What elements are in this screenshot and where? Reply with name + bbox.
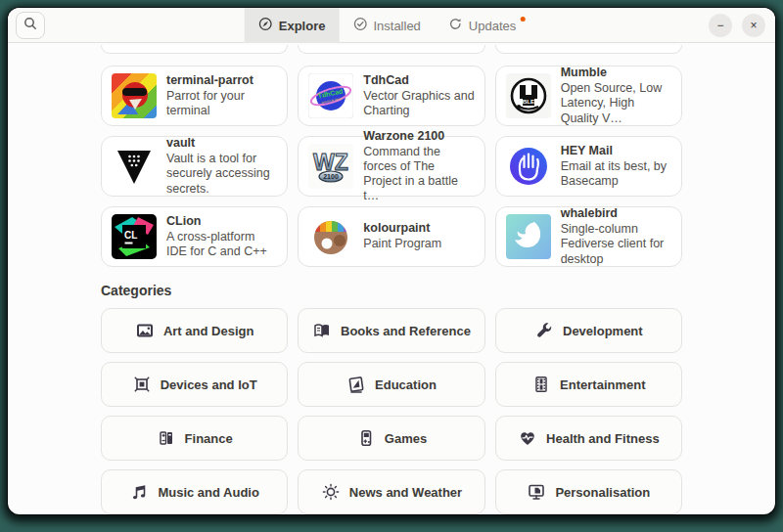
category-label: Games: [385, 431, 427, 446]
clipped-app-card[interactable]: [495, 45, 682, 54]
palette-icon: [308, 214, 353, 259]
content-area: terminal-parrot Parrot for your terminal…: [101, 45, 682, 514]
category-development[interactable]: Development: [495, 308, 682, 353]
category-label: Entertainment: [560, 377, 645, 392]
clipped-card-row: [101, 45, 682, 54]
app-card-whalebird[interactable]: whalebird Single-column Fediverse client…: [495, 206, 682, 267]
film-strip-icon: [531, 375, 551, 394]
app-name: terminal-parrot: [166, 73, 277, 87]
open-book-icon: [312, 321, 332, 340]
category-label: Music and Audio: [158, 485, 259, 500]
svg-text:2100: 2100: [324, 173, 340, 180]
vault-triangle-icon: [112, 144, 157, 189]
svg-text:CL: CL: [124, 230, 137, 241]
category-label: Art and Design: [163, 324, 253, 338]
app-description: Parrot for your terminal: [166, 89, 277, 119]
parrot-icon: [112, 73, 157, 118]
app-name: kolourpaint: [363, 221, 441, 235]
compass-icon: [258, 17, 273, 34]
heart-pulse-icon: [518, 428, 537, 448]
clipped-app-card[interactable]: [298, 45, 484, 54]
app-card-tdhcad[interactable]: TdhCad practical ideas TdhCad Vector Gra…: [298, 66, 484, 126]
category-news-and-weather[interactable]: News and Weather: [298, 469, 484, 514]
category-finance[interactable]: Finance: [101, 416, 288, 461]
tab-updates[interactable]: Updates: [435, 8, 538, 43]
slate-icon: [346, 375, 366, 394]
tab-explore[interactable]: Explore: [245, 8, 340, 43]
tab-label: Installed: [373, 19, 420, 33]
category-games[interactable]: Games: [298, 416, 484, 461]
ledger-icon: [157, 428, 176, 448]
sun-icon: [321, 482, 341, 502]
view-switcher: Explore Installed Updates: [245, 8, 539, 43]
app-description: Vault is a tool for securely accessing s…: [166, 152, 277, 197]
app-center-window: Explore Installed Updates − ×: [8, 8, 775, 514]
app-card-mumble[interactable]: BLE Mumble Open Source, Low Latency, Hig…: [495, 66, 682, 126]
category-label: Education: [375, 377, 437, 392]
app-description: Email at its best, by Basecamp: [561, 159, 671, 190]
category-education[interactable]: Education: [298, 362, 484, 407]
app-card-warzone-2100[interactable]: WZ 2100 Warzone 2100 Command the forces …: [298, 136, 484, 197]
mumble-icon: BLE: [506, 73, 551, 118]
app-name: CLion: [166, 214, 277, 228]
updates-badge-dot: [520, 17, 525, 22]
category-entertainment[interactable]: Entertainment: [495, 362, 682, 407]
app-card-hey-mail[interactable]: HEY Mail Email at its best, by Basecamp: [495, 136, 682, 197]
category-label: Books and Reference: [341, 324, 471, 338]
app-grid: terminal-parrot Parrot for your terminal…: [101, 66, 682, 267]
wrench-icon: [534, 321, 554, 340]
category-label: Development: [563, 324, 643, 338]
window-controls: − ×: [709, 14, 765, 37]
tdhcad-icon: TdhCad practical ideas: [308, 73, 353, 118]
search-button[interactable]: [16, 12, 45, 39]
category-label: News and Weather: [349, 485, 462, 500]
category-devices-and-iot[interactable]: Devices and IoT: [101, 362, 288, 407]
tab-installed[interactable]: Installed: [339, 8, 434, 43]
whale-icon: [506, 214, 551, 259]
category-label: Health and Fitness: [546, 431, 660, 446]
close-icon: ×: [750, 20, 757, 31]
app-description: Paint Program: [363, 237, 441, 251]
category-label: Devices and IoT: [161, 377, 257, 392]
app-description: Vector Graphics and Charting: [363, 89, 474, 119]
handheld-console-icon: [356, 428, 376, 448]
app-name: TdhCad: [363, 73, 474, 87]
app-card-clion[interactable]: CL CLion A cross-platform IDE for C and …: [101, 206, 288, 267]
app-name: Mumble: [561, 66, 671, 79]
clion-icon: CL: [112, 214, 157, 259]
app-name: whalebird: [561, 206, 671, 220]
display-icon: [527, 482, 546, 502]
svg-text:BLE: BLE: [522, 98, 533, 105]
category-music-and-audio[interactable]: Music and Audio: [101, 469, 288, 514]
category-health-and-fitness[interactable]: Health and Fitness: [495, 416, 682, 461]
app-card-kolourpaint[interactable]: kolourpaint Paint Program: [298, 206, 484, 267]
app-description: Single-column Fediverse client for deskt…: [561, 222, 671, 267]
app-card-vault[interactable]: vault Vault is a tool for securely acces…: [101, 136, 288, 197]
category-art-and-design[interactable]: Art and Design: [101, 308, 288, 353]
app-name: vault: [166, 136, 277, 150]
close-button[interactable]: ×: [742, 14, 765, 37]
category-label: Finance: [185, 431, 233, 446]
picture-icon: [135, 321, 155, 340]
search-icon: [23, 16, 38, 35]
category-personalisation[interactable]: Personalisation: [495, 469, 682, 514]
desktop-background: Explore Installed Updates − ×: [0, 0, 783, 532]
chip-icon: [132, 375, 152, 394]
music-note-icon: [129, 482, 149, 502]
tab-label: Updates: [469, 19, 516, 33]
minimize-icon: −: [716, 20, 723, 31]
refresh-icon: [448, 17, 463, 34]
category-label: Personalisation: [555, 485, 650, 500]
app-card-terminal-parrot[interactable]: terminal-parrot Parrot for your terminal: [101, 66, 288, 126]
app-name: HEY Mail: [561, 144, 671, 157]
app-description: A cross-platform IDE for C and C++: [166, 230, 277, 260]
category-books-and-reference[interactable]: Books and Reference: [298, 308, 484, 353]
hey-hand-icon: [506, 144, 551, 189]
app-name: Warzone 2100: [363, 129, 474, 143]
category-grid: Art and Design Books and Reference Devel…: [101, 308, 682, 514]
check-circle-icon: [352, 17, 367, 34]
categories-heading: Categories: [101, 283, 682, 298]
minimize-button[interactable]: −: [709, 14, 732, 37]
clipped-app-card[interactable]: [101, 45, 288, 54]
app-description: Command the forces of The Project in a b…: [363, 145, 474, 204]
